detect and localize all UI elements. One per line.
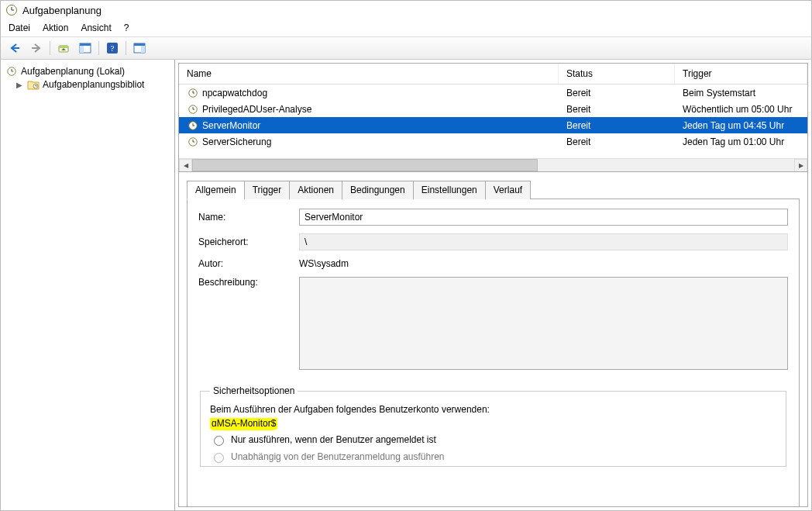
task-name: PrivilegedADUser-Analyse — [202, 104, 311, 115]
name-field[interactable] — [299, 209, 788, 226]
task-row[interactable]: ServerSicherungBereitJeden Tag um 01:00 … — [179, 133, 807, 150]
menu-bar: Datei Aktion Ansicht ? — [1, 19, 811, 37]
tree-library-label: Aufgabenplanungsbibliot — [43, 79, 144, 90]
scroll-left-button[interactable]: ◀ — [179, 159, 192, 172]
task-list-body: npcapwatchdogBereitBeim SystemstartPrivi… — [179, 85, 807, 158]
task-name: ServerSicherung — [202, 136, 271, 147]
clock-icon — [187, 87, 199, 99]
svg-text:?: ? — [111, 43, 115, 53]
task-name: ServerMonitor — [202, 120, 260, 131]
tab-settings[interactable]: Einstellungen — [413, 181, 486, 199]
column-header-status[interactable]: Status — [559, 64, 675, 84]
show-hide-action-pane-button[interactable] — [130, 40, 149, 57]
tree-library[interactable]: ▶ Aufgabenplanungsbibliot — [4, 78, 171, 91]
task-trigger: Jeden Tag um 04:45 Uhr — [675, 120, 807, 131]
help-button[interactable]: ? — [103, 40, 122, 57]
main-panel: Name Status Trigger npcapwatchdogBereitB… — [178, 63, 808, 507]
clock-icon — [5, 4, 18, 16]
clock-icon — [187, 119, 199, 132]
svg-rect-9 — [80, 43, 91, 46]
task-status: Bereit — [559, 104, 675, 115]
svg-rect-14 — [134, 43, 145, 46]
tab-conditions[interactable]: Bedingungen — [342, 181, 414, 199]
svg-rect-6 — [59, 46, 68, 48]
author-value: WS\sysadm — [299, 258, 788, 269]
tree-root[interactable]: Aufgabenplanung (Lokal) — [4, 64, 171, 78]
tab-history[interactable]: Verlauf — [485, 181, 531, 199]
clock-icon — [187, 103, 199, 116]
tab-strip: Allgemein Trigger Aktionen Bedingungen E… — [187, 180, 800, 199]
radio-run-when-logged-on[interactable] — [214, 436, 224, 446]
radio-run-when-logged-on-label: Nur ausführen, wenn der Benutzer angemel… — [231, 434, 436, 445]
up-button[interactable] — [54, 40, 73, 57]
clock-icon — [5, 65, 18, 78]
tree-root-label: Aufgabenplanung (Lokal) — [21, 66, 125, 77]
task-row[interactable]: PrivilegedADUser-AnalyseBereitWöchentlic… — [179, 101, 807, 117]
forward-button[interactable] — [27, 40, 46, 57]
folder-icon — [27, 79, 40, 90]
name-label: Name: — [198, 212, 291, 223]
toolbar-separator — [98, 41, 99, 55]
toolbar-separator — [50, 41, 50, 55]
menu-file[interactable]: Datei — [9, 22, 30, 33]
scroll-right-button[interactable]: ▶ — [794, 159, 807, 172]
scrollbar-thumb[interactable] — [192, 159, 538, 171]
navigation-tree[interactable]: Aufgabenplanung (Lokal) ▶ Aufgabenplanun… — [1, 60, 175, 510]
task-status: Bereit — [559, 136, 675, 147]
menu-help[interactable]: ? — [124, 22, 129, 33]
task-row[interactable]: npcapwatchdogBereitBeim Systemstart — [179, 85, 807, 101]
back-button[interactable] — [5, 40, 24, 57]
task-trigger: Jeden Tag um 01:00 Uhr — [675, 136, 807, 147]
menu-action[interactable]: Aktion — [43, 22, 68, 33]
tab-triggers[interactable]: Trigger — [244, 181, 291, 199]
location-label: Speicherort: — [198, 237, 291, 247]
security-account-value: gMSA-Monitor$ — [210, 418, 277, 429]
radio-run-whether-logged-on-label: Unabhängig von der Benutzeranmeldung aus… — [231, 451, 445, 462]
author-label: Autor: — [198, 258, 291, 269]
radio-run-whether-logged-on[interactable] — [214, 453, 224, 463]
task-name: npcapwatchdog — [202, 88, 267, 98]
task-trigger: Beim Systemstart — [675, 88, 807, 98]
chevron-right-icon[interactable]: ▶ — [16, 81, 24, 89]
tab-actions[interactable]: Aktionen — [289, 181, 342, 199]
task-list[interactable]: Name Status Trigger npcapwatchdogBereitB… — [179, 64, 807, 172]
window-title: Aufgabenplanung — [22, 5, 102, 16]
content-area: Aufgabenplanung (Lokal) ▶ Aufgabenplanun… — [1, 60, 811, 510]
toolbar: ? — [1, 37, 811, 60]
task-trigger: Wöchentlich um 05:00 Uhr — [675, 104, 807, 115]
column-header-name[interactable]: Name — [179, 64, 559, 84]
task-row[interactable]: ServerMonitorBereitJeden Tag um 04:45 Uh… — [179, 117, 807, 133]
description-field[interactable] — [299, 277, 788, 370]
tab-general[interactable]: Allgemein — [187, 181, 245, 199]
security-legend: Sicherheitsoptionen — [210, 385, 298, 396]
toolbar-separator — [126, 41, 126, 55]
title-bar: Aufgabenplanung — [1, 1, 811, 19]
task-list-header: Name Status Trigger — [179, 64, 807, 85]
horizontal-scrollbar[interactable]: ◀ ▶ — [179, 158, 807, 171]
task-details: Allgemein Trigger Aktionen Bedingungen E… — [179, 172, 807, 506]
task-scheduler-window: Aufgabenplanung Datei Aktion Ansicht ? ? — [0, 0, 812, 511]
security-account-label: Beim Ausführen der Aufgaben folgendes Be… — [210, 404, 776, 415]
menu-view[interactable]: Ansicht — [81, 22, 111, 33]
description-label: Beschreibung: — [198, 277, 291, 288]
show-hide-tree-button[interactable] — [76, 40, 95, 57]
tab-panel-general: Name: Speicherort: \ Autor: WS\sysadm Be… — [187, 199, 800, 506]
location-value: \ — [299, 233, 788, 250]
task-status: Bereit — [559, 120, 675, 131]
security-options-group: Sicherheitsoptionen Beim Ausführen der A… — [200, 385, 786, 467]
column-header-trigger[interactable]: Trigger — [675, 64, 807, 84]
clock-icon — [187, 136, 199, 148]
task-status: Bereit — [559, 88, 675, 98]
